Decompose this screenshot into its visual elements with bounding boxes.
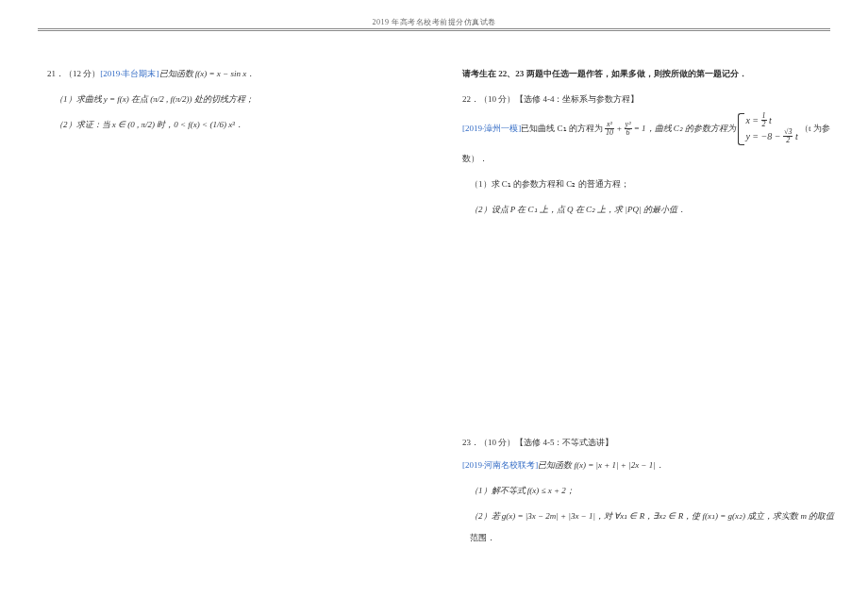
q23-text: 已知函数 f(x) = |x + 1| + |2x − 1|． (538, 460, 663, 470)
frac-den: 10 (605, 129, 614, 137)
q22-frac1: x² 10 (605, 121, 614, 137)
q22-tail: = 1，曲线 C₂ 的参数方程为 (632, 124, 737, 133)
brace-row-y: y = −8 − √32 t (745, 129, 797, 145)
q21-source: [2019·丰台期末] (100, 69, 159, 78)
q23-p2: （2）若 g(x) = |3x − 2m| + |3x − 1|，对 ∀x₁ ∈… (462, 508, 821, 524)
left-column: 21．（12 分）[2019·丰台期末]已知函数 f(x) = x − sin … (47, 66, 406, 139)
q22-p1: （1）求 C₁ 的参数方程和 C₂ 的普通方程； (462, 176, 821, 192)
q22-header: 22．（10 分）【选修 4-4：坐标系与参数方程】 (462, 91, 821, 108)
q22-tail2: 数）． (462, 151, 821, 167)
q22-frac2: y² 6 (625, 121, 632, 137)
brace-x-post: t (767, 115, 772, 125)
q23-stem: [2019·河南名校联考]已知函数 f(x) = |x + 1| + |2x −… (462, 457, 821, 473)
q22-text1: 已知曲线 C₁ 的方程为 (521, 124, 603, 133)
q22-stem: [2019·漳州一模]已知曲线 C₁ 的方程为 x² 10 + y² 6 = 1… (462, 113, 821, 145)
q23-p1: （1）解不等式 f(x) ≤ x + 2； (462, 483, 821, 499)
q21-stem: 21．（12 分）[2019·丰台期末]已知函数 f(x) = x − sin … (47, 66, 406, 82)
q22-plus: + (614, 124, 625, 134)
brace-x-frac: 12 (761, 112, 767, 128)
frac-den: 2 (783, 137, 793, 144)
right-column: 请考生在 22、23 两题中任选一题作答，如果多做，则按所做的第一题记分． 22… (462, 66, 821, 552)
choice-instruction: 请考生在 22、23 两题中任选一题作答，如果多做，则按所做的第一题记分． (462, 66, 821, 82)
frac-den: 6 (625, 129, 632, 137)
brace-x-pre: x = (745, 115, 760, 125)
q23-source: [2019·河南名校联考] (462, 460, 538, 470)
q22-p2: （2）设点 P 在 C₁ 上，点 Q 在 C₂ 上，求 |PQ| 的最小值． (462, 202, 821, 218)
q22-source: [2019·漳州一模] (462, 124, 521, 133)
q21-prefix: 21．（12 分） (47, 69, 100, 78)
q21-part2: （2）求证：当 x ∈ (0 , π/2) 时，0 < f(x) < (1/6)… (47, 117, 406, 133)
q21-stem-text: 已知函数 f(x) = x − sin x． (159, 69, 256, 78)
brace-y-post: t (793, 131, 797, 141)
q23-header: 23．（10 分）【选修 4-5：不等式选讲】 (462, 435, 821, 451)
q22-param-brace: x = 12 t y = −8 − √32 t (738, 113, 797, 145)
frac-den: 2 (761, 121, 767, 128)
q23-p2b: 范围． (462, 530, 821, 546)
brace-y-frac: √32 (783, 128, 793, 144)
header-divider (38, 28, 830, 31)
header-title: 2019 年高考名校考前提分仿真试卷 (373, 18, 496, 26)
brace-y-pre: y = −8 − (745, 131, 783, 141)
q22-tparam: （t 为参 (800, 124, 830, 133)
q21-part1: （1）求曲线 y = f(x) 在点 (π/2 , f(π/2)) 处的切线方程… (47, 91, 406, 108)
page-header: 2019 年高考名校考前提分仿真试卷 (0, 17, 868, 27)
